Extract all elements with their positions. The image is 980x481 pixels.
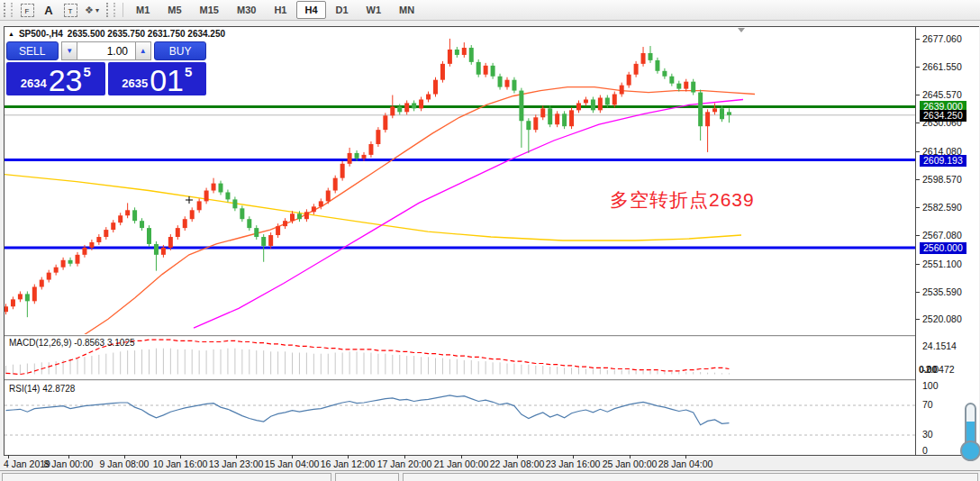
text-box-button[interactable]: T <box>61 2 79 18</box>
axis-label: 2677.060 <box>922 33 962 44</box>
mt4-window: F A T ❖ ▾ M1M5M15M30H1H4D1W1MN 2677.0602… <box>0 0 980 481</box>
axis-label: 2661.550 <box>922 61 962 72</box>
text-label-button[interactable]: A <box>40 2 58 18</box>
rsi-label: RSI(14) 42.8728 <box>9 384 75 394</box>
toolbar-grip[interactable] <box>4 3 13 17</box>
axis-label: 2551.100 <box>922 259 962 269</box>
rsi-pane[interactable] <box>5 381 915 455</box>
time-label: 23 Jan 16:00 <box>546 458 601 469</box>
one-click-trade-panel: SELL ▼ ▲ BUY 2634 23 5 2635 01 5 <box>6 41 206 95</box>
sell-price-tile[interactable]: 2634 23 5 <box>6 62 105 95</box>
toolbar: F A T ❖ ▾ M1M5M15M30H1H4D1W1MN <box>0 0 980 21</box>
axis-label: 2645.570 <box>922 89 962 100</box>
chart-header: ▲ SP500-,H4 2635.500 2635.750 2631.750 2… <box>8 29 225 39</box>
frame-tool-button[interactable]: F <box>18 2 36 18</box>
text-box-icon: T <box>64 4 77 17</box>
sell-price-fraction: 5 <box>83 64 90 79</box>
axis-tick <box>916 123 920 123</box>
chevron-down-icon: ▾ <box>95 6 99 14</box>
time-tick <box>8 455 9 458</box>
time-tick <box>630 455 631 458</box>
axis-label: 2609.193 <box>920 155 966 167</box>
axis-tick <box>916 264 920 265</box>
ohlc-readout: 2635.500 2635.750 2631.750 2634.250 <box>68 29 225 39</box>
time-label: 16 Jan 12:00 <box>321 458 376 469</box>
status-segment-2 <box>335 473 399 481</box>
axis-label: 2560.000 <box>920 242 966 254</box>
buy-price-tile[interactable]: 2635 01 5 <box>108 62 207 95</box>
price-axis[interactable]: 2677.0602661.5502645.5702630.0602614.080… <box>916 27 979 455</box>
volume-down-button[interactable]: ▼ <box>61 41 77 60</box>
axis-label: 100 <box>922 380 939 391</box>
objects-icon: ❖ <box>85 5 94 16</box>
buy-button[interactable]: BUY <box>154 41 206 60</box>
chart-annotation: 多空转折点2639 <box>610 187 755 213</box>
macd-pane[interactable] <box>5 337 915 379</box>
axis-tick <box>916 207 920 208</box>
objects-dropdown-button[interactable]: ❖ ▾ <box>83 2 101 18</box>
time-label: 25 Jan 00:00 <box>603 458 658 469</box>
time-tick <box>236 455 237 458</box>
timeframe-button-M1[interactable]: M1 <box>128 1 158 19</box>
time-label: 10 Jan 16:00 <box>153 458 208 469</box>
timeframe-button-M15[interactable]: M15 <box>192 1 227 19</box>
axis-label: 70 <box>922 399 933 410</box>
axis-label: 0.00 <box>919 364 937 375</box>
time-tick <box>180 455 181 458</box>
time-label: 28 Jan 04:00 <box>658 458 713 469</box>
axis-label: 2598.570 <box>922 174 962 185</box>
text-label-icon: A <box>44 4 52 17</box>
time-tick <box>404 455 405 458</box>
buy-price-handle: 2635 <box>122 77 148 90</box>
toolbar-separator <box>122 3 123 17</box>
timeframe-button-H1[interactable]: H1 <box>266 1 295 19</box>
timeframe-button-W1[interactable]: W1 <box>358 1 390 19</box>
axis-label: 2582.590 <box>922 202 962 213</box>
ma-magenta <box>194 100 743 329</box>
axis-label: 24.1514 <box>922 340 957 351</box>
timeframe-button-M5[interactable]: M5 <box>159 1 189 19</box>
time-label: 13 Jan 23:00 <box>209 458 264 469</box>
timeframe-button-M30[interactable]: M30 <box>229 1 264 19</box>
thermometer-icon <box>958 403 980 460</box>
sell-price-pips: 23 <box>49 67 83 94</box>
chart-area[interactable]: 2677.0602661.5502645.5702630.0602614.080… <box>4 26 979 456</box>
symbol-title: SP500-,H4 <box>19 29 63 39</box>
time-tick <box>348 455 349 458</box>
time-axis[interactable]: 4 Jan 20198 Jan 00:009 Jan 08:0010 Jan 1… <box>4 456 979 470</box>
axis-tick <box>916 67 920 68</box>
collapse-arrow-icon[interactable]: ▲ <box>8 31 14 37</box>
volume-input[interactable] <box>77 41 135 60</box>
time-label: 17 Jan 20:00 <box>377 458 432 469</box>
rsi-line <box>6 395 730 425</box>
axis-label: 2535.590 <box>922 286 962 297</box>
timeframe-button-H4[interactable]: H4 <box>296 1 325 19</box>
time-tick <box>292 455 293 458</box>
toolbar-grip-2[interactable] <box>106 3 115 17</box>
buy-price-pips: 01 <box>150 67 184 94</box>
time-label: 15 Jan 04:00 <box>265 458 320 469</box>
status-strip <box>0 470 980 481</box>
axis-label: 2634.250 <box>920 110 966 122</box>
axis-tick <box>916 292 920 293</box>
status-segment <box>2 473 331 481</box>
time-tick <box>573 455 574 458</box>
time-label: 8 Jan 00:00 <box>44 458 94 469</box>
time-tick <box>685 455 686 458</box>
time-tick <box>124 455 125 458</box>
axis-tick <box>916 179 920 180</box>
time-tick <box>517 455 518 458</box>
thermometer-bulb <box>960 440 980 461</box>
timeframe-button-D1[interactable]: D1 <box>328 1 357 19</box>
sell-price-handle: 2634 <box>21 77 47 90</box>
status-segment-3 <box>403 473 978 481</box>
time-label: 21 Jan 00:00 <box>434 458 489 469</box>
sell-button[interactable]: SELL <box>6 41 59 60</box>
axis-label: 2520.080 <box>922 313 962 324</box>
macd-label: MACD(12,26,9) -0.8563 3.1025 <box>9 338 135 348</box>
buy-price-fraction: 5 <box>185 64 192 79</box>
time-tick <box>68 455 69 458</box>
volume-up-button[interactable]: ▲ <box>135 41 151 60</box>
timeframe-button-MN[interactable]: MN <box>391 1 422 19</box>
axis-label: 30 <box>922 429 933 440</box>
